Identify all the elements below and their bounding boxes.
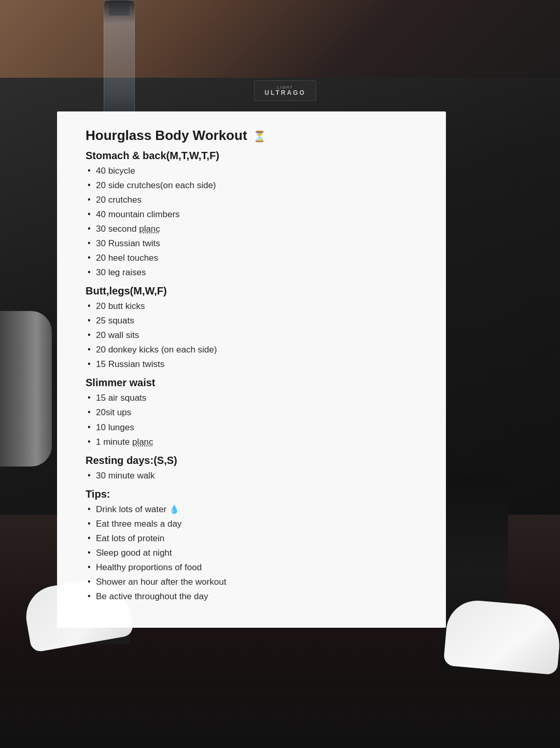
list-item: 20 heel touches [86,251,425,265]
list-item: Drink lots of water 💧 [86,502,425,517]
list-item: 10 lunges [86,420,425,435]
section-header-stomach: Stomach & back(M,T,W,T,F) [86,150,425,162]
list-item: 30 minute walk [86,469,425,483]
list-item: Eat lots of protein [86,531,425,546]
butt-legs-list: 20 butt kicks 25 squats 20 wall sits 20 … [86,299,425,372]
list-item: 20sit ups [86,405,425,420]
list-item: 1 minute planc [86,435,425,449]
list-item: 15 Russian twists [86,357,425,372]
list-item: Shower an hour after the workout [86,575,425,589]
title-text: Hourglass Body Workout [86,128,247,143]
ultrago-brand-text: ULTRAGO [264,89,305,96]
planc2-underline: planc [132,437,153,447]
ultrago-label: LIGHT ULTRAGO [254,80,316,101]
list-item: 30 Russian twits [86,236,425,251]
list-item: 20 butt kicks [86,299,425,314]
water-bottle [104,0,135,114]
list-item: Be active throughout the day [86,589,425,604]
list-item: 25 squats [86,314,425,328]
hourglass-icon: ⏳ [253,130,266,143]
slimmer-waist-list: 15 air squats 20sit ups 10 lunges 1 minu… [86,391,425,449]
list-item: Healthy proportions of food [86,560,425,575]
section-header-resting: Resting days:(S,S) [86,455,425,467]
list-item: 40 mountain climbers [86,207,425,222]
list-item: 20 crutches [86,193,425,207]
resting-days-list: 30 minute walk [86,469,425,483]
planc-underline: planc [139,224,160,234]
list-item: 20 donkey kicks (on each side) [86,343,425,357]
ultrago-light-text: LIGHT [277,86,293,89]
water-icon: 💧 [169,503,179,516]
list-item: Sleep good at night [86,546,425,560]
list-item: 20 side crutches(on each side) [86,178,425,193]
list-item: Eat three meals a day [86,517,425,531]
list-item: 30 second planc [86,222,425,236]
section-header-slimmer: Slimmer waist [86,377,425,389]
list-item: 15 air squats [86,391,425,405]
content-card: Hourglass Body Workout ⏳ Stomach & back(… [57,111,446,628]
section-header-butt: Butt,legs(M,W,F) [86,285,425,297]
workout-title: Hourglass Body Workout ⏳ [86,127,425,145]
list-item: 40 bicycle [86,164,425,178]
list-item: 20 wall sits [86,328,425,343]
stomach-back-list: 40 bicycle 20 side crutches(on each side… [86,164,425,280]
list-item: 30 leg raises [86,265,425,280]
tips-list: Drink lots of water 💧 Eat three meals a … [86,502,425,604]
cylinder-object [0,311,52,467]
tips-header: Tips: [86,488,425,500]
